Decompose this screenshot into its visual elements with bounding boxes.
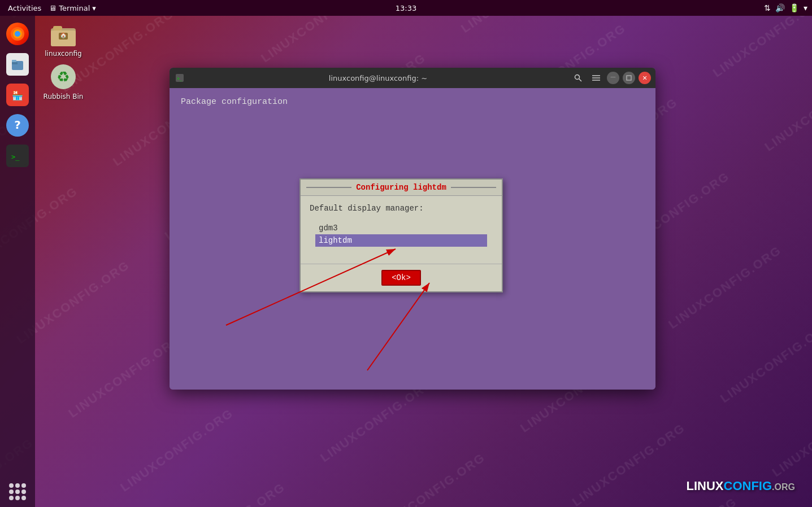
- app-grid-button[interactable]: [9, 483, 26, 500]
- svg-text:?: ?: [14, 118, 21, 132]
- svg-point-23: [575, 75, 580, 80]
- dot: [15, 496, 20, 500]
- top-bar-left: Activities 🖥 Terminal ▾: [5, 4, 96, 12]
- desktop-icons: 🏠 linuxconfig ♻ Rubbish Bin: [41, 20, 86, 106]
- dialog-list-item-lightdm[interactable]: lightdm: [315, 234, 487, 247]
- logo-linux-text: LINUX: [687, 479, 724, 493]
- dot: [15, 489, 20, 494]
- network-icon[interactable]: ⇅: [764, 3, 771, 12]
- minimize-button[interactable]: −: [607, 72, 619, 84]
- dialog-subtitle: Default display manager:: [310, 204, 493, 213]
- top-bar-clock: 13:33: [396, 4, 416, 12]
- configuring-lightdm-dialog: Configuring lightdm Default display mana…: [299, 178, 503, 292]
- search-button[interactable]: [571, 72, 585, 84]
- desktop-icon-linuxconfig[interactable]: 🏠 linuxconfig: [41, 20, 86, 58]
- dialog-title-line-right: [451, 187, 496, 188]
- logo-config-text: CONFIG: [724, 479, 772, 493]
- terminal-title-icon: >_: [174, 72, 185, 84]
- dock-item-files[interactable]: [4, 51, 31, 78]
- desktop-icon-rubbish-bin[interactable]: ♻ Rubbish Bin: [41, 63, 86, 100]
- files-icon: [6, 53, 29, 76]
- linuxconfig-label: linuxconfig: [45, 50, 82, 58]
- dot: [9, 483, 14, 488]
- appstore-icon: 🏪: [6, 84, 29, 106]
- dock-item-help[interactable]: ?: [4, 112, 31, 139]
- dot: [9, 489, 14, 494]
- firefox-icon: [6, 23, 29, 45]
- svg-text:🏠: 🏠: [60, 32, 67, 39]
- terminal-title-text: linuxconfig@linuxconfig: ~: [329, 74, 427, 82]
- dock-item-firefox[interactable]: [4, 20, 31, 47]
- terminal-titlebar-right: − ✕: [571, 72, 651, 84]
- terminal-titlebar-left: >_: [174, 72, 185, 84]
- svg-rect-7: [12, 60, 16, 62]
- menu-button[interactable]: [589, 72, 603, 84]
- help-icon: ?: [6, 114, 29, 137]
- terminal-menu-icon: 🖥: [49, 4, 57, 12]
- terminal-content: Package configuration Configuring lightd…: [170, 88, 655, 390]
- dot: [21, 489, 26, 494]
- activities-button[interactable]: Activities: [5, 4, 45, 12]
- svg-text:🏪: 🏪: [12, 90, 23, 101]
- dot: [21, 496, 26, 500]
- top-bar-right: ⇅ 🔊 🔋 ▾: [764, 3, 807, 12]
- dialog-list-item-gdm3[interactable]: gdm3: [315, 222, 487, 234]
- maximize-button[interactable]: [623, 72, 635, 84]
- terminal-menu-label: Terminal: [59, 4, 90, 12]
- dialog-footer: <Ok>: [301, 264, 502, 291]
- terminal-icon: >_: [6, 145, 29, 167]
- dot: [21, 483, 26, 488]
- dialog-title-bar: Configuring lightdm: [301, 180, 502, 196]
- dialog-body: Default display manager: gdm3 lightdm: [301, 196, 502, 264]
- settings-chevron-icon[interactable]: ▾: [804, 3, 807, 12]
- dock: 🏪 ? >_: [0, 16, 35, 507]
- svg-line-32: [367, 283, 429, 370]
- svg-text:>_: >_: [177, 76, 183, 81]
- svg-rect-6: [12, 62, 18, 64]
- terminal-package-config-text: Package configuration: [181, 97, 644, 107]
- dot: [9, 496, 14, 500]
- svg-rect-28: [627, 76, 631, 80]
- battery-icon[interactable]: 🔋: [789, 3, 799, 12]
- dock-item-appstore[interactable]: 🏪: [4, 81, 31, 108]
- terminal-menu-chevron: ▾: [92, 4, 96, 12]
- dialog-title-text: Configuring lightdm: [356, 183, 446, 192]
- linuxconfig-folder-icon: 🏠: [50, 20, 77, 47]
- rubbish-bin-label: Rubbish Bin: [44, 93, 84, 100]
- dock-item-terminal[interactable]: >_: [4, 142, 31, 169]
- dialog-ok-button[interactable]: <Ok>: [381, 270, 421, 286]
- dialog-list: gdm3 lightdm: [315, 222, 487, 247]
- terminal-titlebar: >_ linuxconfig@linuxconfig: ~ −: [170, 68, 655, 88]
- terminal-window: >_ linuxconfig@linuxconfig: ~ −: [170, 68, 655, 390]
- svg-text:♻: ♻: [57, 68, 70, 85]
- svg-point-4: [15, 31, 20, 37]
- svg-rect-16: [53, 26, 62, 30]
- top-bar: Activities 🖥 Terminal ▾ 13:33 ⇅ 🔊 🔋 ▾: [0, 0, 812, 16]
- dot: [15, 483, 20, 488]
- dock-bottom: [9, 483, 26, 500]
- rubbish-bin-icon: ♻: [50, 63, 77, 90]
- terminal-menu[interactable]: 🖥 Terminal ▾: [49, 4, 95, 12]
- svg-line-24: [579, 79, 582, 82]
- svg-text:>_: >_: [11, 153, 20, 161]
- logo-org-text: .ORG: [772, 482, 795, 492]
- linuxconfig-logo: LINUXCONFIG.ORG: [687, 479, 795, 493]
- volume-icon[interactable]: 🔊: [775, 3, 785, 12]
- close-button[interactable]: ✕: [639, 72, 651, 84]
- dialog-title-line-left: [306, 187, 351, 188]
